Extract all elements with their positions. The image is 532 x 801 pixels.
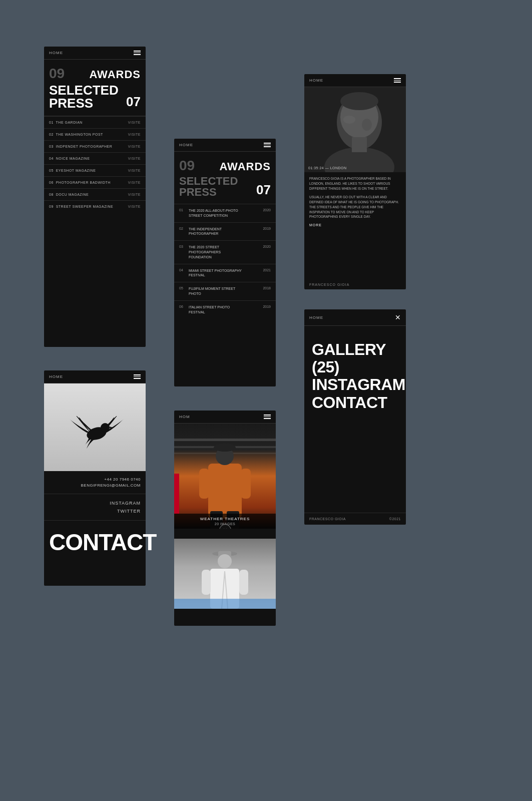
card6-author: FRANCESCO GIOIA (309, 517, 346, 521)
award-name-05: FUJIFILM MOMENT STREETPHOTO (189, 286, 235, 296)
press-item-06[interactable]: 06 PHOTOGRAPHER BADWIDTH VISITE (44, 176, 146, 188)
award-year-01: 2020 (263, 208, 271, 212)
card6-nav-menu: GALLERY (25) INSTAGRAM CONTACT (304, 326, 406, 513)
card3-bio-2: USUALLY, HE NEVER GO OUT WITH A CLEAR AN… (309, 195, 401, 219)
press-item-08-action[interactable]: VISITE (128, 193, 141, 196)
award-year-03: 2020 (263, 245, 271, 248)
award-name-04: MIAMI STREET PHOTOGRAPHYFESTIVAL (189, 268, 242, 278)
press-item-01-label: 01 THE GARDIAN (49, 121, 83, 124)
card5-photo-top: WEATHER THEATRES 20 IMAGES (174, 424, 276, 529)
card4-contact-info: +44 20 7946 0740 BENGIFRENGI@GMAIL.COM (44, 471, 146, 494)
card-contact-left: HOME (44, 370, 146, 586)
card2-hamburger-icon[interactable] (264, 143, 271, 147)
award-num-01: 01 (179, 208, 186, 218)
nav-contact[interactable]: CONTACT (312, 394, 398, 412)
svg-rect-22 (241, 469, 251, 499)
card1-home-label: HOME (49, 51, 63, 55)
svg-rect-35 (174, 599, 276, 609)
card4-email: BENGIFRENGI@GMAIL.COM (49, 483, 141, 488)
card3-more-link[interactable]: MORE (309, 223, 401, 227)
card-awards-press-left: HOME 09 AWARDS SELECTEDPRESS 07 01 THE G… (44, 47, 146, 347)
card3-hamburger-icon[interactable] (394, 78, 401, 83)
card6-close-icon[interactable]: ✕ (395, 313, 401, 321)
card4-bird-photo (44, 383, 146, 471)
press-item-03-action[interactable]: VISITE (128, 145, 141, 148)
card6-header: HOME ✕ (304, 309, 406, 326)
card5-hamburger-icon[interactable] (264, 415, 271, 419)
press-item-02-action[interactable]: VISITE (128, 133, 141, 136)
award-year-06: 2019 (263, 305, 271, 308)
card2-awards-title: AWARDS (219, 160, 271, 173)
card1-awards-heading: 09 AWARDS (44, 60, 146, 84)
award-year-04: 2021 (263, 268, 271, 272)
card1-awards-number: 09 (49, 66, 65, 82)
press-item-04[interactable]: 04 NOICE MAGAZINE VISITE (44, 152, 146, 164)
press-item-04-label: 04 NOICE MAGAZINE (49, 157, 90, 160)
card5-gallery-title: WEATHER THEATRES (178, 517, 272, 521)
hamburger-icon[interactable] (134, 51, 141, 55)
award-item-04[interactable]: 04 MIAMI STREET PHOTOGRAPHYFESTIVAL 2021 (174, 264, 276, 282)
card4-twitter[interactable]: TWITTER (49, 507, 141, 515)
card2-header: HOME (174, 139, 276, 152)
card4-home-label: HOME (49, 374, 63, 379)
card3-timestamp: 01:35:24 — LONDON (308, 166, 347, 170)
card4-instagram[interactable]: INSTAGRAM (49, 499, 141, 507)
press-item-09-action[interactable]: VISITE (128, 205, 141, 208)
card4-social: INSTAGRAM TWITTER (44, 494, 146, 520)
card6-year: ©2021 (389, 517, 401, 521)
award-item-03[interactable]: 03 THE 2020 STREETPHOTOGRAPHERSFOUNDATIO… (174, 240, 276, 263)
award-num-02: 02 (179, 227, 186, 237)
press-item-08[interactable]: 08 DOCU MAGAZINE VISITE (44, 188, 146, 200)
card4-contact-title: CONTACT (44, 521, 146, 559)
award-num-03: 03 (179, 245, 186, 259)
award-num-06: 06 (179, 305, 186, 315)
svg-rect-8 (304, 87, 406, 172)
card6-footer: FRANCESCO GIOIA ©2021 (304, 513, 406, 525)
card5-photo-bottom (174, 539, 276, 609)
press-item-05-action[interactable]: VISITE (128, 169, 141, 172)
card5-home-label: HOM (179, 415, 190, 419)
press-item-01-action[interactable]: VISITE (128, 121, 141, 124)
award-item-06[interactable]: 06 ITALIAN STREET PHOTOFESTIVAL 2019 (174, 300, 276, 319)
award-year-02: 2019 (263, 227, 271, 230)
award-item-02[interactable]: 02 THE INDEPENDENTPHOTOGRAPHER 2019 (174, 222, 276, 241)
award-item-05[interactable]: 05 FUJIFILM MOMENT STREETPHOTO 2018 (174, 282, 276, 300)
award-year-05: 2018 (263, 286, 271, 290)
award-num-05: 05 (179, 286, 186, 296)
press-item-03[interactable]: 03 INDPENDET PHOTOGRAPHER VISITE (44, 140, 146, 152)
svg-rect-34 (239, 570, 248, 595)
award-item-01[interactable]: 01 THE 2020 ALL-ABOUT-PHOTOSTREET COMPET… (174, 204, 276, 222)
press-item-04-action[interactable]: VISITE (128, 157, 141, 160)
press-item-06-label: 06 PHOTOGRAPHER BADWIDTH (49, 181, 111, 184)
card1-awards-title: AWARDS (89, 68, 141, 81)
card-gallery-center: HOM (174, 411, 276, 626)
card4-hamburger-icon[interactable] (134, 374, 141, 379)
card6-home-label: HOME (309, 315, 323, 320)
svg-rect-21 (199, 469, 209, 499)
svg-rect-10 (44, 383, 146, 471)
svg-point-31 (218, 554, 232, 568)
press-item-05[interactable]: 05 EYESHOT MAGAZINE VISITE (44, 164, 146, 176)
press-item-09[interactable]: 09 STREET SWEEPER MAGAZINE VISITE (44, 200, 146, 212)
press-item-02-label: 02 THE WASHINGTON POST (49, 133, 103, 136)
card3-author: FRANCESCO GIOIA (304, 280, 406, 289)
press-item-06-action[interactable]: VISITE (128, 181, 141, 184)
nav-gallery[interactable]: GALLERY (25) (312, 341, 398, 376)
card2-awards-heading: 09 AWARDS (174, 152, 276, 176)
card4-phone: +44 20 7946 0740 (49, 477, 141, 482)
card3-home-label: HOME (309, 78, 323, 83)
svg-rect-33 (202, 570, 211, 595)
press-item-02[interactable]: 02 THE WASHINGTON POST VISITE (44, 128, 146, 140)
card1-header: HOME (44, 47, 146, 60)
press-item-08-label: 08 DOCU MAGAZINE (49, 193, 89, 196)
award-name-03: THE 2020 STREETPHOTOGRAPHERSFOUNDATION (189, 245, 221, 259)
card-awards-center: HOME 09 AWARDS SELECTEDPRESS 07 01 THE 2… (174, 139, 276, 386)
svg-rect-18 (208, 464, 242, 519)
card2-awards-number: 09 (179, 158, 195, 174)
nav-instagram[interactable]: INSTAGRAM (312, 376, 398, 393)
press-item-01[interactable]: 01 THE GARDIAN VISITE (44, 116, 146, 128)
press-item-09-label: 09 STREET SWEEPER MAGAZINE (49, 205, 113, 208)
card-about-right: HOME 01:35:2 (304, 74, 406, 289)
award-name-01: THE 2020 ALL-ABOUT-PHOTOSTREET COMPETITI… (189, 208, 238, 218)
card3-portrait-photo: 01:35:24 — LONDON (304, 87, 406, 172)
